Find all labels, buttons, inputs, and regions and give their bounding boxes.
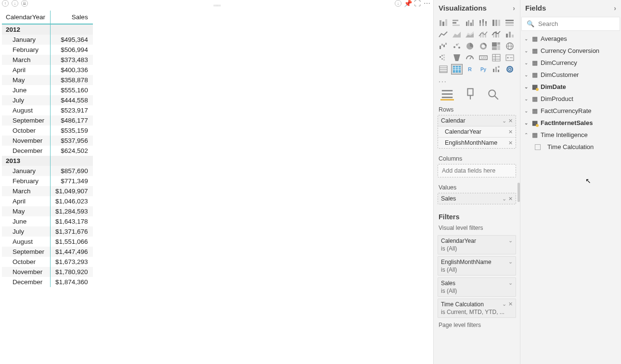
- month-row[interactable]: September$486,177: [2, 115, 93, 126]
- viz-table[interactable]: [438, 64, 449, 75]
- chevron-icon[interactable]: ⌄: [524, 96, 529, 101]
- filter-card[interactable]: Sales is (All) ⌄: [438, 277, 516, 297]
- chevron-icon[interactable]: ⌄: [524, 48, 529, 53]
- filter-card[interactable]: CalendarYear is (All) ⌄: [438, 235, 516, 254]
- table-factinternetsales[interactable]: ⌄ ▦ FactInternetSales: [520, 117, 621, 129]
- pin-icon[interactable]: 📌: [404, 0, 411, 7]
- month-row[interactable]: December$1,874,360: [2, 277, 93, 287]
- remove-icon[interactable]: ✕: [508, 140, 513, 146]
- format-tab[interactable]: [464, 89, 477, 100]
- more-options-icon[interactable]: ⋯: [424, 0, 430, 7]
- field-time-calculation[interactable]: Time Calculation: [520, 141, 621, 153]
- filter-card[interactable]: Time Calculation is Current, MTD, YTD, .…: [438, 299, 516, 318]
- drill-toggle-icon[interactable]: ↓: [395, 0, 401, 7]
- month-row[interactable]: April$400,336: [2, 65, 93, 75]
- month-row[interactable]: April$1,046,023: [2, 196, 93, 206]
- focus-mode-icon[interactable]: ⛶: [414, 0, 421, 7]
- viz-line-clustered[interactable]: [478, 29, 489, 40]
- month-row[interactable]: July$444,558: [2, 95, 93, 105]
- month-row[interactable]: December$624,502: [2, 146, 93, 156]
- viz-ribbon[interactable]: [504, 29, 516, 40]
- viz-funnel[interactable]: [438, 52, 449, 63]
- viz-stacked-bar-h[interactable]: [451, 18, 463, 28]
- month-row[interactable]: February$506,994: [2, 45, 93, 55]
- rows-well[interactable]: Calendar ⌄✕ CalendarYear ✕ EnglishMonthN…: [438, 115, 516, 149]
- month-row[interactable]: June$555,160: [2, 85, 93, 95]
- month-row[interactable]: June$1,643,178: [2, 216, 93, 226]
- columns-well[interactable]: Add data fields here: [438, 164, 516, 177]
- table-dimdate[interactable]: ⌄ ▦ DimDate: [520, 81, 621, 93]
- viz-stacked-100[interactable]: [491, 18, 502, 28]
- table-dimcurrency[interactable]: ⌄ ▦ DimCurrency: [520, 57, 621, 69]
- chevron-down-icon[interactable]: ⌄: [502, 118, 506, 124]
- remove-icon[interactable]: ✕: [508, 129, 513, 135]
- viz-matrix[interactable]: [451, 64, 463, 75]
- chevron-icon[interactable]: ⌄: [524, 120, 529, 126]
- chevron-icon[interactable]: ⌃: [524, 132, 529, 138]
- year-row[interactable]: 2013: [2, 156, 93, 166]
- drill-up-icon[interactable]: ↑: [2, 0, 9, 7]
- viz-r-visual[interactable]: R: [464, 64, 476, 75]
- chevron-down-icon[interactable]: ⌄: [502, 301, 506, 307]
- column-header-year[interactable]: CalendarYear: [2, 11, 51, 24]
- year-row[interactable]: 2012: [2, 24, 93, 35]
- chevron-icon[interactable]: ⌄: [524, 60, 529, 65]
- column-header-sales[interactable]: Sales: [51, 11, 93, 24]
- table-dimcustomer[interactable]: ⌄ ▦ DimCustomer: [520, 69, 621, 81]
- month-row[interactable]: May$1,284,593: [2, 206, 93, 216]
- chevron-icon[interactable]: ⌄: [524, 108, 529, 113]
- chevron-down-icon[interactable]: ⌄: [502, 196, 506, 202]
- month-row[interactable]: September$1,447,496: [2, 247, 93, 257]
- table-time-intelligence[interactable]: ⌃ ▦ Time Intelligence: [520, 129, 621, 141]
- search-fields-box[interactable]: 🔍: [521, 17, 620, 31]
- collapse-viz-pane-icon[interactable]: ›: [513, 4, 515, 12]
- chevron-down-icon[interactable]: ⌄: [508, 280, 513, 286]
- values-well[interactable]: Sales ⌄✕: [438, 193, 516, 204]
- month-row[interactable]: November$1,780,920: [2, 267, 93, 277]
- table-factcurrencyrate[interactable]: ⌄ ▦ FactCurrencyRate: [520, 105, 621, 117]
- viz-stacked-area[interactable]: [464, 29, 476, 40]
- collapse-fields-pane-icon[interactable]: ›: [614, 4, 616, 12]
- viz-key-influencer[interactable]: [491, 64, 502, 75]
- viz-clustered-bar[interactable]: [464, 18, 476, 28]
- month-row[interactable]: January$857,690: [2, 166, 93, 176]
- viz-area[interactable]: [451, 29, 463, 40]
- remove-icon[interactable]: ✕: [508, 196, 513, 202]
- viz-arcgis[interactable]: [504, 64, 516, 75]
- remove-icon[interactable]: ✕: [508, 118, 513, 124]
- viz-line-stacked[interactable]: [491, 29, 502, 40]
- month-row[interactable]: March$373,483: [2, 55, 93, 65]
- month-row[interactable]: November$537,956: [2, 136, 93, 146]
- viz-stacked-bar[interactable]: [438, 18, 449, 28]
- viz-py-visual[interactable]: Py: [478, 64, 489, 75]
- viz-gauge[interactable]: [451, 52, 463, 63]
- table-averages[interactable]: ⌄ ▦ Averages: [520, 33, 621, 45]
- chevron-down-icon[interactable]: ⌄: [508, 238, 513, 244]
- month-row[interactable]: March$1,049,907: [2, 186, 93, 196]
- month-row[interactable]: October$535,159: [2, 126, 93, 136]
- viz-card[interactable]: [464, 52, 476, 63]
- month-row[interactable]: February$771,349: [2, 176, 93, 186]
- checkbox[interactable]: [535, 144, 541, 150]
- chevron-down-icon[interactable]: ⌄: [508, 259, 513, 265]
- expand-all-icon[interactable]: ⇊: [21, 0, 28, 7]
- chevron-icon[interactable]: ⌄: [524, 36, 529, 41]
- month-row[interactable]: August$523,917: [2, 105, 93, 115]
- viz-pie[interactable]: [464, 41, 476, 51]
- drag-handle-icon[interactable]: ══: [213, 2, 220, 9]
- month-row[interactable]: May$358,878: [2, 75, 93, 85]
- viz-map[interactable]: [504, 41, 516, 51]
- month-row[interactable]: July$1,371,676: [2, 226, 93, 237]
- chevron-icon[interactable]: ⌄: [524, 84, 529, 89]
- viz-slicer[interactable]: [504, 52, 516, 63]
- viz-clustered-column[interactable]: [478, 18, 489, 28]
- viz-kpi[interactable]: [491, 52, 502, 63]
- viz-line[interactable]: [438, 29, 449, 40]
- table-dimproduct[interactable]: ⌄ ▦ DimProduct: [520, 93, 621, 105]
- viz-donut[interactable]: [478, 41, 489, 51]
- drill-down-icon[interactable]: ↓: [12, 0, 18, 7]
- viz-waterfall[interactable]: [438, 41, 449, 51]
- viz-scatter[interactable]: [451, 41, 463, 51]
- month-row[interactable]: January$495,364: [2, 35, 93, 45]
- viz-treemap[interactable]: [491, 41, 502, 51]
